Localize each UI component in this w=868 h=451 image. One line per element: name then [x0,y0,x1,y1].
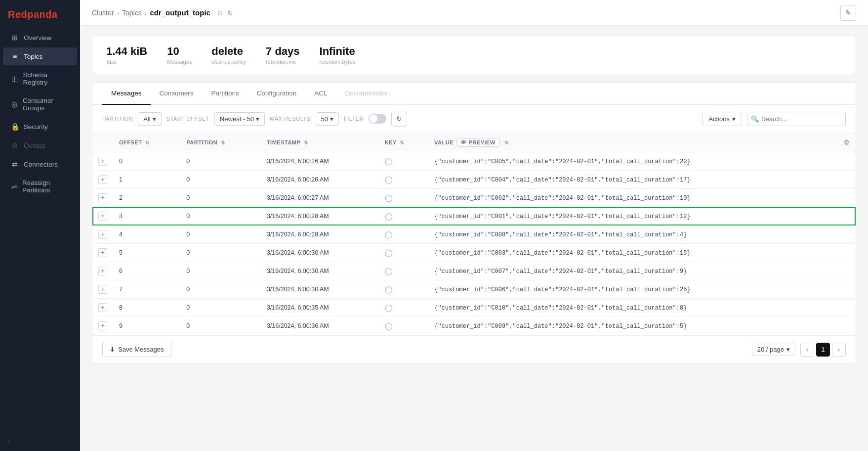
schema-registry-icon: ◫ [11,75,18,83]
consumer-groups-icon: ◎ [11,100,18,108]
info-icon[interactable]: ⊙ [217,9,223,17]
value-sort-icon: ⇅ [504,140,509,145]
sidebar: Redpanda ⊞ Overview ≡ Topics ◫ Schema Re… [0,0,80,451]
expand-btn[interactable]: + [98,175,107,184]
value-header-label: VALUE [434,139,454,145]
th-partition[interactable]: PARTITION ⇅ [180,133,261,152]
tab-acl[interactable]: ACL [305,83,336,105]
expand-btn[interactable]: + [98,267,107,275]
row-offset: 0 [113,152,180,171]
key-null-icon: ◯ [385,249,393,257]
row-expand-cell: + [92,226,113,244]
table-row: + 0 0 3/16/2024, 6:00:26 AM ◯ {"customer… [92,152,856,171]
stat-cleanup-label: cleanup.policy [211,59,246,65]
row-expand-cell: + [92,152,113,171]
row-value-text: {"customer_id":"C010","call_date":"2024-… [434,305,687,312]
table-row: + 6 0 3/16/2024, 6:00:30 AM ◯ {"customer… [92,262,856,280]
tab-partitions[interactable]: Partitions [203,83,248,105]
preview-badge[interactable]: 👁 Preview [456,138,500,147]
th-value[interactable]: VALUE 👁 Preview ⇅ ⚙ [428,133,856,152]
row-value: {"customer_id":"C003","call_date":"2024-… [428,244,856,262]
expand-btn[interactable]: + [98,212,107,221]
th-key[interactable]: KEY ⇅ [379,133,428,152]
table-row: + 3 0 3/16/2024, 6:00:28 AM ◯ {"customer… [92,207,856,226]
breadcrumb-topics[interactable]: Topics [122,9,142,17]
search-input[interactable] [747,112,846,126]
sidebar-item-label: Consumer Groups [23,97,69,112]
main-panel: Messages Consumers Partitions Configurat… [92,82,856,363]
row-value: {"customer_id":"C002","call_date":"2024-… [428,189,856,207]
table-row: + 2 0 3/16/2024, 6:00:27 AM ◯ {"customer… [92,189,856,207]
partition-label: PARTITION [102,116,133,122]
row-partition: 0 [180,207,261,226]
partition-select[interactable]: All ▾ [138,112,161,126]
content-area: 1.44 kiB Size 10 Messages delete cleanup… [80,26,868,451]
table-row: + 5 0 3/16/2024, 6:00:30 AM ◯ {"customer… [92,244,856,262]
row-expand-cell: + [92,317,113,335]
partition-sort-icon: ⇅ [221,140,225,145]
refresh-button[interactable]: ↻ [391,111,407,127]
key-null-icon: ◯ [385,304,393,312]
breadcrumb-cluster[interactable]: Cluster [92,9,114,17]
row-value: {"customer_id":"C001","call_date":"2024-… [428,207,856,226]
row-value-text: {"customer_id":"C005","call_date":"2024-… [434,158,690,165]
search-wrap: 🔍 [747,112,846,126]
sidebar-collapse-btn[interactable]: ‹ [0,432,80,451]
messages-toolbar: PARTITION All ▾ START OFFSET Newest - 50… [92,105,856,133]
row-value: {"customer_id":"C006","call_date":"2024-… [428,280,856,299]
start-offset-select[interactable]: Newest - 50 ▾ [214,112,265,126]
row-offset: 4 [113,226,180,244]
sidebar-item-connectors[interactable]: ⇄ Connectors [3,155,77,173]
tab-messages[interactable]: Messages [102,83,151,105]
tab-configuration[interactable]: Configuration [248,83,305,105]
expand-btn[interactable]: + [98,285,107,294]
th-timestamp[interactable]: TIMESTAMP ⇅ [261,133,379,152]
expand-btn[interactable]: + [98,230,107,239]
stat-retention-bytes: Infinite retention.bytes [320,45,355,65]
partition-chevron-icon: ▾ [153,115,156,123]
sidebar-item-topics[interactable]: ≡ Topics [3,47,77,65]
expand-btn[interactable]: + [98,193,107,202]
table-row: + 8 0 3/16/2024, 6:00:35 AM ◯ {"customer… [92,299,856,317]
th-offset[interactable]: OFFSET ⇅ [113,133,180,152]
save-messages-button[interactable]: ⬇ Save Messages [102,342,171,357]
max-results-select[interactable]: 50 ▾ [316,112,339,126]
next-page-btn[interactable]: › [832,343,846,357]
breadcrumb: Cluster › Topics › cdr_output_topic ⊙ ↻ [92,8,233,17]
expand-btn[interactable]: + [98,303,107,312]
actions-button[interactable]: Actions ▾ [702,112,742,126]
stat-retention-ms: 7 days retention.ms [266,45,300,65]
row-expand-cell: + [92,189,113,207]
column-settings-btn[interactable]: ⚙ [843,138,850,146]
topbar-settings-btn[interactable]: ✎ [840,5,856,21]
key-null-icon: ◯ [385,194,393,202]
tab-consumers[interactable]: Consumers [151,83,203,105]
key-null-icon: ◯ [385,157,393,165]
sidebar-item-security[interactable]: 🔒 Security [3,118,77,135]
stat-retention-bytes-value: Infinite [320,45,355,58]
row-value: {"customer_id":"C004","call_date":"2024-… [428,171,856,189]
row-offset: 6 [113,262,180,280]
expand-btn[interactable]: + [98,248,107,257]
sidebar-item-reassign-partitions[interactable]: ⇌ Reassign Partitions [3,174,77,199]
row-partition: 0 [180,171,261,189]
prev-page-btn[interactable]: ‹ [800,343,814,357]
save-icon: ⬇ [110,346,115,353]
table-row: + 4 0 3/16/2024, 6:00:28 AM ◯ {"customer… [92,226,856,244]
page-size-select[interactable]: 20 / page ▾ [752,343,795,356]
row-offset: 9 [113,317,180,335]
sidebar-item-schema-registry[interactable]: ◫ Schema Registry [3,66,77,91]
expand-btn[interactable]: + [98,321,107,330]
sidebar-item-consumer-groups[interactable]: ◎ Consumer Groups [3,92,77,117]
row-offset: 7 [113,280,180,299]
page-1-btn[interactable]: 1 [816,343,830,357]
row-expand-cell: + [92,299,113,317]
main-content: Cluster › Topics › cdr_output_topic ⊙ ↻ … [80,0,868,451]
sidebar-item-overview[interactable]: ⊞ Overview [3,29,77,46]
row-value-text: {"customer_id":"C002","call_date":"2024-… [434,195,690,202]
sidebar-item-label: Quotas [24,142,45,149]
breadcrumb-sep2: › [145,9,147,17]
filter-toggle[interactable] [369,114,386,124]
refresh-icon[interactable]: ↻ [227,9,233,17]
expand-btn[interactable]: + [98,157,107,166]
